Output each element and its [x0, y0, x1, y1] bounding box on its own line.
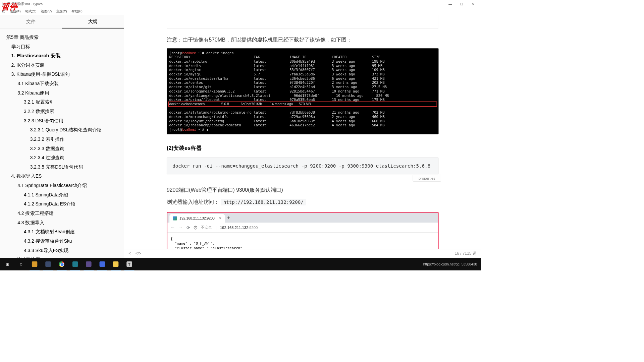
forward-icon: →: [178, 225, 183, 230]
code-language-selector[interactable]: properties: [413, 175, 441, 181]
outline-item[interactable]: 第5章 商品搜索: [6, 33, 124, 42]
terminal-output: [root@localhost ~]# docker images REPOSI…: [167, 48, 438, 134]
outline-item[interactable]: 3.2.3.3 数据查询: [6, 144, 124, 153]
url-host: 192.168.211.132: [220, 225, 248, 230]
outline-item[interactable]: 3. Kibana使用-掌握DSL语句: [6, 70, 124, 79]
menu-bar: E) 段落(P) 格式(O) 视图(V) 主题(T) 帮助(H): [0, 8, 481, 15]
minimize-button[interactable]: —: [444, 0, 456, 8]
outline-item[interactable]: 3.2.3.4 过滤查询: [6, 153, 124, 162]
outline-item[interactable]: 4.3.3 Sku导入ES实现: [6, 246, 124, 255]
title-bar: 第5天-索引搜索.md - Typora — ❐ ✕: [0, 0, 481, 8]
code-block: docker run -di --name=changgou_elasticse…: [167, 157, 438, 174]
site-info-icon[interactable]: [194, 226, 197, 229]
browse-label: 浏览器输入地址访问：: [167, 199, 219, 205]
taskbar-app[interactable]: [29, 258, 41, 270]
maximize-button[interactable]: ❐: [456, 0, 468, 8]
tab-outline[interactable]: 大纲: [62, 15, 124, 28]
browse-url: http://192.168.211.132:9200/: [221, 199, 306, 205]
outline-item[interactable]: 1. Elasticsearch 安装: [6, 51, 124, 60]
editor-content[interactable]: 注意：由于镜像有570MB，所以提供的虚拟机里已经下载好了该镜像，如下图： [r…: [124, 15, 481, 258]
window-title: 第5天-索引搜索.md - Typora: [2, 2, 444, 6]
reload-icon[interactable]: ⟳: [186, 225, 190, 230]
start-button[interactable]: ⊞: [1, 258, 13, 270]
outline-item[interactable]: 4.2 搜索工程搭建: [6, 208, 124, 218]
toggle-sidebar-icon[interactable]: <: [128, 251, 131, 256]
status-bar: < </> 16 / 7115 词: [124, 249, 481, 258]
back-icon[interactable]: ←: [170, 225, 175, 230]
section-heading: (2)安装es容器: [167, 144, 438, 152]
browse-line: 浏览器输入地址访问： http://192.168.211.132:9200/: [167, 198, 438, 205]
notice-text: 注意：由于镜像有570MB，所以提供的虚拟机里已经下载好了该镜像，如下图：: [167, 36, 438, 43]
taskbar-app[interactable]: [42, 258, 54, 270]
windows-taskbar: ⊞ ○ T https://blog.csdn.net/qq_53508430: [0, 258, 481, 270]
code-block-top: [167, 15, 438, 29]
menu-item[interactable]: 视图(V): [41, 9, 52, 13]
sidebar: 文件 大纲 第5章 商品搜索学习目标1. Elasticsearch 安装2. …: [0, 15, 124, 258]
taskbar-app[interactable]: [83, 258, 95, 270]
outline-item[interactable]: 3.2.3.1 Query DSL结构化查询介绍: [6, 125, 124, 135]
outline-item[interactable]: 学习目标: [6, 42, 124, 51]
taskbar-app[interactable]: [69, 258, 81, 270]
outline-item[interactable]: 4.3.1 文档映射Bean创建: [6, 227, 124, 237]
source-mode-icon[interactable]: </>: [136, 251, 141, 256]
tab-files[interactable]: 文件: [0, 15, 62, 28]
outline-item[interactable]: 3.2.3 DSL语句使用: [6, 116, 124, 125]
cortana-icon[interactable]: ○: [15, 258, 27, 270]
taskbar-app[interactable]: [96, 258, 108, 270]
outline-item[interactable]: 3.1 Kibana下载安装: [6, 79, 124, 88]
menu-item[interactable]: 格式(O): [25, 9, 36, 13]
word-count[interactable]: 16 / 7115 词: [455, 251, 477, 256]
pause-overlay: 暂停: [1, 1, 17, 12]
browser-tab-title: 192.168.211.132:9200: [179, 216, 215, 220]
unsafe-label: 不安全: [201, 225, 212, 230]
outline-item[interactable]: 3.2.3.2 索引操作: [6, 134, 124, 144]
taskbar-typora[interactable]: T: [123, 258, 136, 270]
favicon-icon: [173, 216, 177, 220]
outline-item[interactable]: 4.1.1 SpringData介绍: [6, 190, 124, 199]
outline-item[interactable]: 4.3.2 搜索审核通过Sku: [6, 236, 124, 246]
outline-item[interactable]: 4.1 SpringData Elasticsearch介绍: [6, 181, 124, 190]
outline-list: 第5章 商品搜索学习目标1. Elasticsearch 安装2. IK分词器安…: [0, 29, 124, 258]
outline-item[interactable]: 3.2.2 数据搜索: [6, 107, 124, 116]
ports-text: 9200端口(Web管理平台端口) 9300(服务默认端口): [167, 187, 438, 194]
outline-item[interactable]: 3.2 Kibana使用: [6, 88, 124, 98]
new-tab-button[interactable]: +: [227, 214, 230, 221]
menu-item[interactable]: 主题(T): [56, 9, 67, 13]
outline-item[interactable]: 3.2.1 配置索引: [6, 98, 124, 107]
address-url[interactable]: 192.168.211.132:9200: [220, 225, 258, 230]
browser-tab[interactable]: 192.168.211.132:9200 ×: [169, 214, 225, 223]
outline-item[interactable]: 2. IK分词器安装: [6, 60, 124, 70]
tab-close-icon[interactable]: ×: [219, 216, 221, 221]
outline-item[interactable]: 4.1.2 SpringData ES介绍: [6, 199, 124, 209]
outline-item[interactable]: 5. 关键字搜索: [6, 255, 124, 258]
close-button[interactable]: ✕: [468, 0, 479, 8]
outline-item[interactable]: 3.2.3.5 完整DSL语句代码: [6, 162, 124, 172]
taskbar-folder[interactable]: [110, 258, 122, 270]
url-port: :9200: [248, 225, 258, 230]
outline-item[interactable]: 4.3 数据导入: [6, 218, 124, 227]
outline-item[interactable]: 4. 数据导入ES: [6, 172, 124, 181]
menu-item[interactable]: 帮助(H): [71, 9, 83, 13]
watermark: https://blog.csdn.net/qq_53508430: [423, 262, 477, 266]
taskbar-chrome[interactable]: [56, 258, 68, 270]
